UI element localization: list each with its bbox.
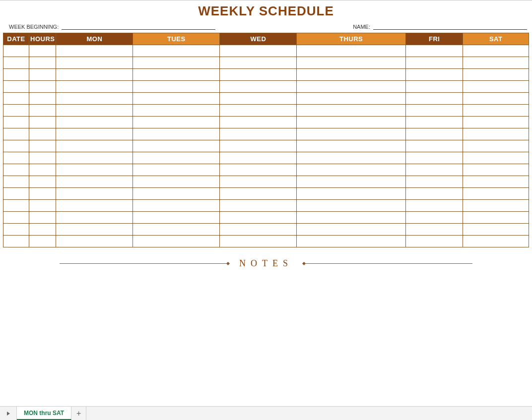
table-cell[interactable]	[56, 236, 133, 247]
table-cell[interactable]	[463, 140, 529, 152]
table-cell[interactable]	[297, 212, 406, 224]
table-cell[interactable]	[56, 140, 133, 152]
table-cell[interactable]	[56, 105, 133, 117]
table-cell[interactable]	[3, 69, 29, 81]
table-cell[interactable]	[3, 224, 29, 236]
table-cell[interactable]	[406, 188, 463, 200]
table-cell[interactable]	[463, 188, 529, 200]
table-cell[interactable]	[220, 140, 297, 152]
table-cell[interactable]	[56, 117, 133, 128]
table-cell[interactable]	[29, 45, 56, 57]
table-cell[interactable]	[56, 212, 133, 224]
table-cell[interactable]	[56, 128, 133, 140]
table-cell[interactable]	[406, 236, 463, 247]
table-cell[interactable]	[220, 69, 297, 81]
table-cell[interactable]	[3, 45, 29, 57]
table-cell[interactable]	[463, 236, 529, 247]
table-cell[interactable]	[133, 212, 220, 224]
table-cell[interactable]	[406, 117, 463, 128]
table-cell[interactable]	[297, 176, 406, 188]
table-cell[interactable]	[133, 188, 220, 200]
table-cell[interactable]	[3, 105, 29, 117]
week-beginning-field[interactable]	[62, 23, 215, 30]
table-cell[interactable]	[220, 236, 297, 247]
table-cell[interactable]	[133, 152, 220, 164]
table-cell[interactable]	[297, 152, 406, 164]
table-cell[interactable]	[463, 93, 529, 105]
table-cell[interactable]	[133, 140, 220, 152]
table-cell[interactable]	[406, 224, 463, 236]
table-cell[interactable]	[220, 152, 297, 164]
table-cell[interactable]	[133, 128, 220, 140]
table-cell[interactable]	[29, 140, 56, 152]
table-cell[interactable]	[56, 69, 133, 81]
table-cell[interactable]	[29, 128, 56, 140]
tab-scroll-button[interactable]	[0, 407, 17, 420]
table-cell[interactable]	[56, 176, 133, 188]
add-sheet-button[interactable]: +	[71, 407, 86, 420]
table-cell[interactable]	[406, 140, 463, 152]
table-cell[interactable]	[220, 164, 297, 176]
table-cell[interactable]	[3, 128, 29, 140]
table-cell[interactable]	[29, 105, 56, 117]
table-cell[interactable]	[133, 236, 220, 247]
table-cell[interactable]	[133, 176, 220, 188]
table-cell[interactable]	[133, 93, 220, 105]
table-cell[interactable]	[56, 200, 133, 212]
table-cell[interactable]	[406, 164, 463, 176]
table-cell[interactable]	[406, 81, 463, 93]
table-cell[interactable]	[220, 200, 297, 212]
table-cell[interactable]	[406, 93, 463, 105]
table-cell[interactable]	[29, 81, 56, 93]
table-cell[interactable]	[3, 81, 29, 93]
table-cell[interactable]	[3, 57, 29, 69]
table-cell[interactable]	[56, 152, 133, 164]
table-cell[interactable]	[406, 176, 463, 188]
table-cell[interactable]	[220, 45, 297, 57]
table-cell[interactable]	[406, 105, 463, 117]
table-cell[interactable]	[463, 69, 529, 81]
table-cell[interactable]	[220, 117, 297, 128]
table-cell[interactable]	[3, 140, 29, 152]
table-cell[interactable]	[56, 224, 133, 236]
table-cell[interactable]	[463, 152, 529, 164]
table-cell[interactable]	[297, 140, 406, 152]
table-cell[interactable]	[56, 93, 133, 105]
table-cell[interactable]	[220, 128, 297, 140]
table-cell[interactable]	[406, 212, 463, 224]
table-cell[interactable]	[463, 164, 529, 176]
table-cell[interactable]	[3, 152, 29, 164]
table-cell[interactable]	[220, 176, 297, 188]
table-cell[interactable]	[133, 57, 220, 69]
table-cell[interactable]	[297, 236, 406, 247]
table-cell[interactable]	[463, 224, 529, 236]
table-cell[interactable]	[56, 45, 133, 57]
table-cell[interactable]	[297, 45, 406, 57]
table-cell[interactable]	[133, 164, 220, 176]
table-cell[interactable]	[133, 69, 220, 81]
table-cell[interactable]	[297, 81, 406, 93]
table-cell[interactable]	[29, 164, 56, 176]
name-field[interactable]	[373, 23, 527, 30]
table-cell[interactable]	[297, 57, 406, 69]
table-cell[interactable]	[463, 45, 529, 57]
table-cell[interactable]	[463, 176, 529, 188]
table-cell[interactable]	[297, 117, 406, 128]
table-cell[interactable]	[220, 212, 297, 224]
table-cell[interactable]	[297, 224, 406, 236]
table-cell[interactable]	[220, 105, 297, 117]
table-cell[interactable]	[56, 188, 133, 200]
table-cell[interactable]	[29, 176, 56, 188]
table-cell[interactable]	[29, 224, 56, 236]
table-cell[interactable]	[56, 81, 133, 93]
table-cell[interactable]	[463, 57, 529, 69]
table-cell[interactable]	[463, 212, 529, 224]
table-cell[interactable]	[406, 69, 463, 81]
table-cell[interactable]	[220, 188, 297, 200]
table-cell[interactable]	[406, 152, 463, 164]
table-cell[interactable]	[29, 212, 56, 224]
table-cell[interactable]	[220, 81, 297, 93]
table-cell[interactable]	[220, 93, 297, 105]
table-cell[interactable]	[406, 57, 463, 69]
table-cell[interactable]	[463, 128, 529, 140]
